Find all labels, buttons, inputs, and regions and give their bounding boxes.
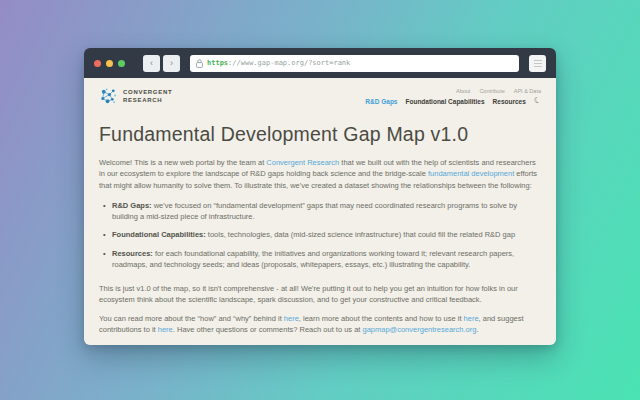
convergent-research-link[interactable]: Convergent Research bbox=[266, 158, 339, 167]
bullet-foundational-capabilities: Foundational Capabilities: tools, techno… bbox=[99, 229, 537, 240]
convergent-research-logo[interactable]: CONVERGENT RESEARCH bbox=[99, 87, 172, 106]
nav-about[interactable]: About bbox=[456, 88, 470, 94]
fundamental-development-link[interactable]: fundamental development bbox=[428, 169, 514, 178]
page-title: Fundamental Development Gap Map v1.0 bbox=[99, 123, 541, 146]
v1-disclaimer-paragraph: This is just v1.0 of the map, so it isn'… bbox=[99, 283, 541, 306]
close-window-icon[interactable] bbox=[94, 60, 101, 67]
window-controls bbox=[94, 60, 125, 67]
logo-network-icon bbox=[99, 87, 118, 106]
contribute-link[interactable]: here bbox=[158, 325, 173, 334]
logo-line1: CONVERGENT bbox=[123, 89, 172, 97]
text-run: This is just v1.0 of the map, so it isn'… bbox=[99, 284, 518, 304]
url-text: https://www.gap-map.org/?sort=rank bbox=[207, 59, 350, 67]
back-icon: ‹ bbox=[150, 59, 153, 68]
main-nav: R&D Gaps Foundational Capabilities Resou… bbox=[365, 97, 541, 105]
url-path: ://www.gap-map.org/?sort=rank bbox=[228, 59, 350, 67]
email-link[interactable]: gapmap@convergentresearch.org bbox=[362, 325, 476, 334]
text-run: , learn more about the contents and how … bbox=[299, 314, 464, 323]
text-run: . Have other questions or comments? Reac… bbox=[173, 325, 363, 334]
browser-menu-button[interactable] bbox=[529, 55, 546, 72]
url-scheme: https bbox=[207, 59, 228, 67]
text-run: R&D Gaps: bbox=[112, 201, 152, 210]
lock-icon bbox=[196, 59, 203, 68]
forward-button[interactable]: › bbox=[163, 55, 180, 72]
browser-window: ‹ › https://www.gap-map.org/?sort=rank bbox=[84, 48, 556, 345]
maximize-window-icon[interactable] bbox=[118, 60, 125, 67]
nav-api-data[interactable]: API & Data bbox=[514, 88, 541, 94]
read-more-paragraph: You can read more about the “how” and “w… bbox=[99, 313, 541, 336]
intro-paragraph: Welcome! This is a new web portal by the… bbox=[99, 157, 541, 191]
nav-foundational-capabilities[interactable]: Foundational Capabilities bbox=[405, 98, 484, 105]
logo-line2: RESEARCH bbox=[123, 97, 172, 105]
nav-contribute[interactable]: Contribute bbox=[479, 88, 504, 94]
text-run: for each foundational capability, the in… bbox=[112, 249, 514, 269]
forward-icon: › bbox=[170, 59, 173, 68]
dark-mode-toggle-icon[interactable]: ☾ bbox=[533, 96, 542, 106]
header-navigation: About Contribute API & Data R&D Gaps Fou… bbox=[365, 87, 541, 105]
back-button[interactable]: ‹ bbox=[143, 55, 160, 72]
text-run: Welcome! This is a new web portal by the… bbox=[99, 158, 266, 167]
bullet-resources: Resources: for each foundational capabil… bbox=[99, 248, 537, 271]
nav-resources[interactable]: Resources bbox=[493, 98, 526, 105]
bullet-rd-gaps: R&D Gaps: we've focused on “fundamental … bbox=[99, 200, 537, 223]
bullet-list: R&D Gaps: we've focused on “fundamental … bbox=[99, 200, 541, 270]
nav-rd-gaps[interactable]: R&D Gaps bbox=[365, 98, 397, 105]
text-run: . bbox=[476, 325, 478, 334]
page-content: CONVERGENT RESEARCH About Contribute API… bbox=[84, 78, 556, 345]
minimize-window-icon[interactable] bbox=[106, 60, 113, 67]
logo-wordmark: CONVERGENT RESEARCH bbox=[123, 89, 172, 104]
utility-nav: About Contribute API & Data bbox=[456, 88, 541, 94]
address-bar[interactable]: https://www.gap-map.org/?sort=rank bbox=[190, 55, 519, 72]
text-run: You can read more about the “how” and “w… bbox=[99, 314, 284, 323]
browser-chrome-bar: ‹ › https://www.gap-map.org/?sort=rank bbox=[84, 48, 556, 78]
text-run: tools, technologies, data (mid-sized sci… bbox=[206, 230, 515, 239]
contents-link[interactable]: here bbox=[464, 314, 479, 323]
how-why-link[interactable]: here bbox=[284, 314, 299, 323]
hamburger-icon bbox=[534, 60, 542, 61]
text-run: Foundational Capabilities: bbox=[112, 230, 206, 239]
site-header: CONVERGENT RESEARCH About Contribute API… bbox=[99, 87, 541, 106]
text-run: we've focused on “fundamental developmen… bbox=[112, 201, 517, 221]
text-run: Resources: bbox=[112, 249, 153, 258]
